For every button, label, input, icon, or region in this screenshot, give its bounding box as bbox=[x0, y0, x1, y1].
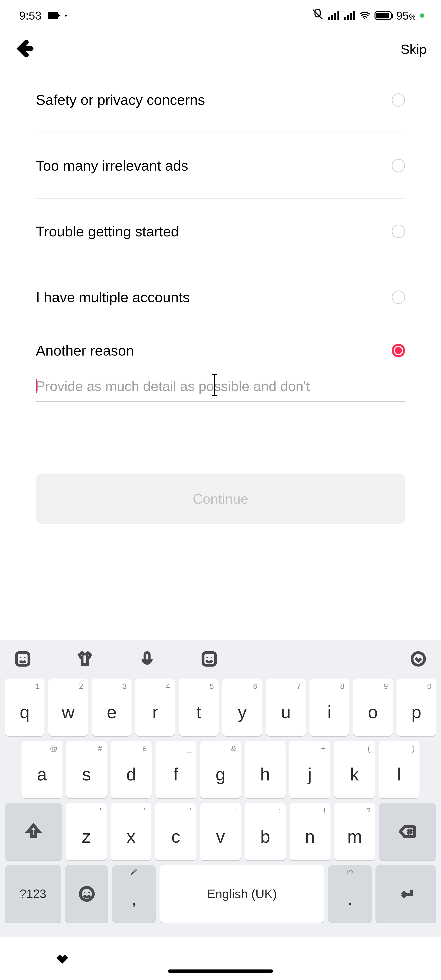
keyboard-row-3: *z"x'c:v;b!n?m bbox=[5, 803, 436, 861]
skip-button[interactable]: Skip bbox=[401, 41, 427, 57]
option-label: Trouble getting started bbox=[36, 223, 392, 240]
home-indicator[interactable] bbox=[168, 969, 273, 973]
svg-point-5 bbox=[206, 657, 208, 658]
mute-icon bbox=[311, 8, 324, 23]
option-label: Safety or privacy concerns bbox=[36, 92, 392, 108]
key-q[interactable]: 1q bbox=[5, 679, 44, 736]
radio-icon bbox=[392, 225, 405, 238]
keyboard-toolbar bbox=[0, 640, 441, 679]
key-r[interactable]: 4r bbox=[135, 679, 175, 736]
svg-rect-3 bbox=[145, 653, 149, 661]
key-n[interactable]: !n bbox=[290, 803, 330, 861]
key-v[interactable]: :v bbox=[200, 803, 241, 861]
key-t[interactable]: 5t bbox=[179, 679, 219, 736]
collapse-keyboard-icon[interactable] bbox=[410, 651, 427, 668]
key-g[interactable]: &g bbox=[200, 741, 241, 798]
back-button[interactable] bbox=[14, 39, 33, 59]
shift-key[interactable] bbox=[5, 803, 62, 861]
svg-point-10 bbox=[88, 892, 90, 893]
option-label: Too many irrelevant ads bbox=[36, 158, 392, 174]
detail-input[interactable] bbox=[36, 378, 405, 394]
continue-button[interactable]: Continue bbox=[36, 474, 405, 524]
key-y[interactable]: 6y bbox=[222, 679, 262, 736]
emoji-key[interactable] bbox=[65, 865, 108, 923]
symbols-key[interactable]: ?123 bbox=[5, 865, 61, 923]
key-a[interactable]: @a bbox=[22, 741, 62, 798]
option-label: Another reason bbox=[36, 342, 392, 359]
svg-point-6 bbox=[211, 657, 212, 658]
radio-icon bbox=[392, 93, 405, 107]
radio-icon bbox=[392, 290, 405, 304]
option-another-reason[interactable]: Another reason bbox=[36, 330, 405, 371]
signal-icon-2 bbox=[344, 11, 355, 20]
backspace-key[interactable] bbox=[379, 803, 436, 861]
collapse-nav-icon[interactable] bbox=[55, 951, 69, 966]
radio-icon bbox=[392, 159, 405, 172]
enter-key[interactable] bbox=[376, 865, 436, 923]
key-s[interactable]: #s bbox=[66, 741, 107, 798]
keyboard: 1q2w3e4r5t6y7u8i9o0p @a#s£d_f&g-h+j(k)l … bbox=[0, 640, 441, 937]
key-z[interactable]: *z bbox=[66, 803, 107, 861]
option-multiple-accounts[interactable]: I have multiple accounts bbox=[36, 264, 405, 330]
keyboard-row-2: @a#s£d_f&g-h+j(k)l bbox=[5, 741, 436, 798]
camera-active-dot-icon bbox=[420, 13, 424, 18]
header: Skip bbox=[0, 31, 441, 67]
comma-key[interactable]: 🎤 , bbox=[112, 865, 155, 923]
key-x[interactable]: "x bbox=[111, 803, 151, 861]
text-caret-icon bbox=[214, 374, 215, 396]
keyboard-row-1: 1q2w3e4r5t6y7u8i9o0p bbox=[5, 679, 436, 736]
keyboard-row-4: ?123 🎤 , English (UK) !? . bbox=[5, 865, 436, 923]
key-f[interactable]: _f bbox=[155, 741, 196, 798]
detail-field[interactable] bbox=[36, 378, 405, 402]
svg-point-9 bbox=[84, 892, 86, 893]
key-h[interactable]: -h bbox=[245, 741, 286, 798]
signal-icon bbox=[328, 11, 339, 20]
key-k[interactable]: (k bbox=[334, 741, 375, 798]
space-key[interactable]: English (UK) bbox=[160, 865, 325, 923]
radio-selected-icon bbox=[392, 344, 405, 357]
status-bar: 9:53 95% bbox=[0, 0, 441, 31]
tshirt-icon[interactable] bbox=[76, 651, 93, 668]
option-irrelevant-ads[interactable]: Too many irrelevant ads bbox=[36, 133, 405, 199]
key-j[interactable]: +j bbox=[289, 741, 330, 798]
key-e[interactable]: 3e bbox=[92, 679, 132, 736]
key-w[interactable]: 2w bbox=[48, 679, 88, 736]
key-d[interactable]: £d bbox=[111, 741, 152, 798]
sticker-icon[interactable] bbox=[14, 651, 31, 668]
system-navbar bbox=[0, 937, 441, 980]
mic-icon[interactable] bbox=[139, 651, 155, 668]
mic-small-icon: 🎤 bbox=[130, 869, 138, 875]
status-dot bbox=[65, 14, 67, 16]
reason-list: Safety or privacy concerns Too many irre… bbox=[0, 67, 441, 640]
key-l[interactable]: )l bbox=[379, 741, 419, 798]
key-u[interactable]: 7u bbox=[266, 679, 306, 736]
key-c[interactable]: 'c bbox=[155, 803, 196, 861]
svg-point-1 bbox=[20, 657, 21, 658]
key-i[interactable]: 8i bbox=[309, 679, 349, 736]
option-trouble-started[interactable]: Trouble getting started bbox=[36, 199, 405, 264]
key-o[interactable]: 9o bbox=[353, 679, 393, 736]
battery-pct: 95% bbox=[396, 9, 416, 22]
key-m[interactable]: ?m bbox=[334, 803, 375, 861]
key-p[interactable]: 0p bbox=[397, 679, 436, 736]
option-safety-privacy[interactable]: Safety or privacy concerns bbox=[36, 67, 405, 133]
battery-icon bbox=[374, 11, 392, 20]
svg-point-7 bbox=[412, 653, 425, 665]
period-key[interactable]: !? . bbox=[328, 865, 371, 923]
svg-point-2 bbox=[24, 657, 25, 658]
continue-label: Continue bbox=[193, 491, 248, 507]
status-time: 9:53 bbox=[19, 9, 41, 22]
text-cursor-icon bbox=[36, 379, 37, 393]
recording-icon bbox=[48, 12, 58, 19]
wifi-icon bbox=[359, 10, 370, 21]
key-b[interactable]: ;b bbox=[245, 803, 286, 861]
option-label: I have multiple accounts bbox=[36, 289, 392, 305]
emoji-icon[interactable] bbox=[201, 651, 217, 668]
